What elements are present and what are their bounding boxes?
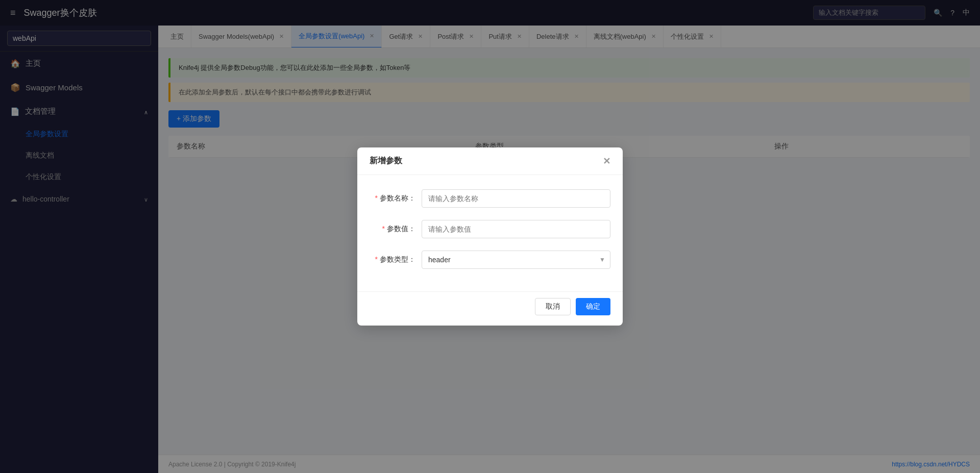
form-label-type: *参数类型： [370, 255, 415, 264]
param-type-select-wrapper: header query path body ▼ [422, 251, 610, 269]
param-value-input[interactable] [422, 220, 610, 238]
add-param-modal: 新增参数 ✕ *参数名称： *参数值： *参数类型： [357, 147, 623, 326]
form-label-value: *参数值： [370, 225, 415, 234]
modal-close-button[interactable]: ✕ [603, 157, 610, 166]
param-type-select[interactable]: header query path body [422, 251, 610, 269]
form-row-type: *参数类型： header query path body ▼ [370, 251, 610, 269]
modal-title: 新增参数 [370, 156, 402, 166]
form-row-name: *参数名称： [370, 189, 610, 208]
modal-header: 新增参数 ✕ [357, 147, 623, 175]
modal-body: *参数名称： *参数值： *参数类型： header quer [357, 175, 623, 291]
modal-overlay[interactable]: 新增参数 ✕ *参数名称： *参数值： *参数类型： [0, 0, 980, 473]
form-row-value: *参数值： [370, 220, 610, 238]
param-name-input[interactable] [422, 189, 610, 208]
required-mark-value: * [382, 225, 385, 233]
required-mark-type: * [375, 255, 378, 263]
cancel-button[interactable]: 取消 [535, 298, 571, 315]
required-mark-name: * [375, 194, 378, 202]
confirm-button[interactable]: 确定 [576, 298, 610, 315]
form-label-name: *参数名称： [370, 194, 415, 203]
modal-footer: 取消 确定 [357, 291, 623, 326]
